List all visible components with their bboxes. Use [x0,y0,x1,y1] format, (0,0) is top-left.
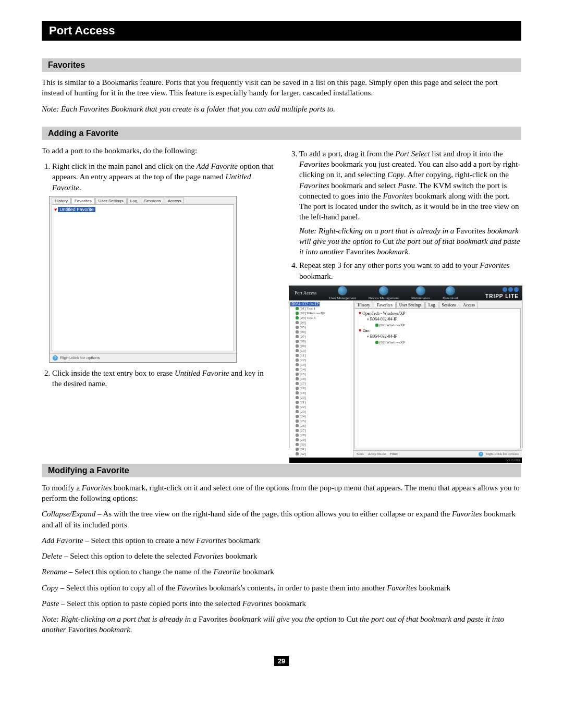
tree-port[interactable]: [24] [296,414,352,419]
tree-port[interactable]: [07] [296,335,352,339]
step-1: Right click in the main panel and click … [52,161,274,193]
heart-icon: ♥ [359,328,361,333]
status-scan[interactable]: Scan [357,452,364,456]
tree-port[interactable]: [03] Test 3 [296,316,352,320]
modifying-option-list: Collapse/Expand – As with the tree view … [42,509,521,635]
tree-port[interactable]: [22] [296,405,352,410]
opt-collapse-expand: Collapse/Expand – As with the tree view … [42,509,521,530]
globe-icon [338,286,347,295]
screenshot-favorites-panel: History Favorites User Settings Log Sess… [49,196,237,363]
ss2-statusbar: Scan Array Mode Filter ? Right-click for… [353,450,522,458]
step-2: Click inside the text entry box to erase… [52,368,274,389]
tree-port[interactable]: [01] Test 1 [296,306,352,311]
tree-port[interactable]: [31] [296,447,352,452]
tree-port[interactable]: [15] [296,372,352,377]
favorite-2[interactable]: ♥Dan [357,328,519,334]
opt-paste: Paste – Select this option to paste copi… [42,598,521,609]
favorites-intro: This is similar to a Bookmarks feature. … [42,77,521,98]
heart-icon: ♥ [359,311,361,316]
tab-user-settings[interactable]: User Settings [396,302,425,308]
tab-favorites[interactable]: Favorites [374,302,396,308]
screenshot-full-app: Port Access User Management Device Manag… [289,286,522,448]
status-array[interactable]: Array Mode [368,452,386,456]
tree-port[interactable]: [17] [296,381,352,386]
favorite-2-port[interactable]: [02] WindowsXP [375,340,519,345]
ss1-footer: ? Right-click for options [50,353,236,362]
tree-port[interactable]: [09] [296,344,352,349]
nav-download[interactable]: Download [443,286,458,300]
favorite-1[interactable]: ♥OpenTech - Windows/XP [357,311,519,316]
tree-port[interactable]: [16] [296,377,352,381]
tree-root[interactable]: B064-032-04-IP [290,302,320,306]
tree-port[interactable]: [32] [296,452,352,456]
tree-port[interactable]: [21] [296,400,352,405]
tab-sessions[interactable]: Sessions [439,302,460,308]
page-title: Port Access [49,24,115,37]
tree-port[interactable]: [20] [296,396,352,400]
tree-port[interactable]: [06] [296,330,352,335]
opt-delete: Delete – Select this option to delete th… [42,551,521,561]
window-controls[interactable] [503,287,519,292]
modifying-intro: To modify a Favorites bookmark, right-cl… [42,483,521,504]
tab-log[interactable]: Log [425,302,438,308]
tab-log[interactable]: Log [127,198,140,204]
tab-access[interactable]: Access [460,302,478,308]
tab-access[interactable]: Access [165,198,185,204]
status-filter[interactable]: Filter [390,452,398,456]
footer-hint: Right-click for options [485,452,519,456]
adding-right-column: To add a port, drag it from the Port Sel… [289,145,521,448]
section-heading-modifying: Modifying a Favorite [42,464,521,477]
tree-port[interactable]: [29] [296,438,352,442]
favorite-2-device[interactable]: B064-032-04-IP [366,334,519,340]
tree-port[interactable]: [02] WindowsXP [296,311,352,316]
version-bar: V1.0.063 [289,458,522,463]
tree-port[interactable]: [18] [296,386,352,391]
favorite-entry-input[interactable]: Untitled Favorite [58,207,95,212]
tree-port[interactable]: [19] [296,391,352,396]
tab-user-settings[interactable]: User Settings [95,198,127,204]
help-icon: ? [53,355,58,361]
nav-device-management[interactable]: Device Management [369,286,399,300]
tab-sessions[interactable]: Sessions [141,198,164,204]
nav-maintenance[interactable]: Maintenance [411,286,430,300]
tree-port[interactable]: [11] [296,353,352,358]
ss1-body[interactable]: ♥Untitled Favorite [52,204,234,351]
favorites-content[interactable]: ♥OpenTech - Windows/XP B064-032-04-IP [0… [354,309,521,449]
port-tree[interactable]: B064-032-04-IP [01] Test 1[02] WindowsXP… [289,301,353,458]
ss2-topbar: Port Access User Management Device Manag… [289,286,522,300]
tree-port[interactable]: [10] [296,349,352,353]
tree-port[interactable]: [14] [296,367,352,372]
step-4: Repeat step 3 for any other ports you wa… [299,260,521,281]
tab-history[interactable]: History [52,198,71,204]
tree-port[interactable]: [12] [296,358,352,363]
nav-user-management[interactable]: User Management [329,286,356,300]
tree-port[interactable]: [23] [296,410,352,414]
tree-port[interactable]: [30] [296,442,352,447]
tree-port[interactable]: [13] [296,363,352,367]
tab-favorites[interactable]: Favorites [71,198,95,204]
modifying-end-note: Note: Right-clicking on a port that is a… [42,614,521,635]
section-heading-adding: Adding a Favorite [42,127,521,140]
topbar-title: Port Access [292,290,316,295]
opt-add-favorite: Add Favorite – Select this option to cre… [42,535,521,546]
tree-port[interactable]: [28] [296,433,352,438]
tree-port[interactable]: [25] [296,419,352,424]
favorites-note: Note: Each Favorites Bookmark that you c… [42,104,521,114]
tree-port[interactable]: [27] [296,428,352,433]
favorite-1-device[interactable]: B064-032-04-IP [366,316,519,323]
favorite-1-port[interactable]: [02] WindowsXP [375,323,519,328]
tree-port[interactable]: [26] [296,424,352,428]
page-title-bar: Port Access [42,21,521,41]
heart-icon: ♥ [54,207,57,212]
tree-port[interactable]: [08] [296,339,352,344]
tree-port[interactable]: [05] [296,325,352,330]
adding-intro: To add a port to the bookmarks, do the f… [42,145,274,156]
tab-history[interactable]: History [354,302,373,308]
page-number: 29 [274,656,289,666]
opt-copy: Copy – Select this option to copy all of… [42,583,521,593]
step-3-note: Note: Right-clicking on a port that is a… [299,226,521,257]
globe-icon [379,286,388,295]
adding-left-column: To add a port to the bookmarks, do the f… [42,145,274,448]
ss1-tab-row: History Favorites User Settings Log Sess… [50,196,236,204]
tree-port[interactable]: [04] [296,320,352,325]
